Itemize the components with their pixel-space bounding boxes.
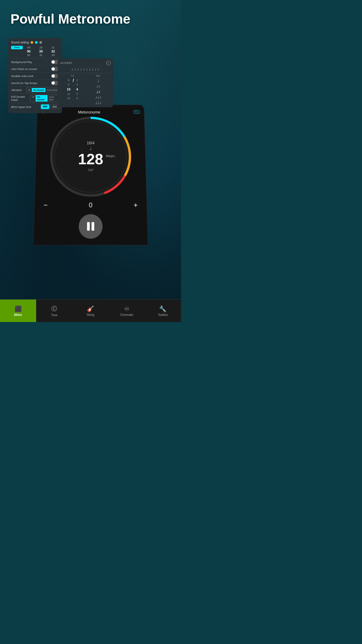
- metro-bottom: − 0 +: [34, 197, 148, 245]
- metro-device: ⚙ Metoronome Pro 16/4 ♩ 128 Allegro TAP …: [33, 105, 148, 245]
- nav-toolbox-label: Toolbox: [158, 313, 168, 316]
- metro-title: Metoronome: [78, 110, 100, 114]
- beat-1[interactable]: ♩: [71, 67, 73, 71]
- beat-val-2[interactable]: 2: [76, 78, 78, 82]
- beat-4[interactable]: ♩: [80, 67, 82, 71]
- flash-label: Full Screen Flash: [11, 95, 30, 102]
- beat-val-5[interactable]: 5: [76, 92, 78, 96]
- sub-note-3[interactable]: ♩♪: [96, 89, 101, 94]
- dot-cyan: [35, 41, 38, 44]
- reset-button[interactable]: Reset: [11, 46, 23, 49]
- vibration-seg[interactable]: off On Accent every Beat: [26, 88, 59, 92]
- sound-panel-title: Sound setting: [11, 41, 59, 44]
- sub-note-5[interactable]: ♩♩♪: [95, 100, 101, 105]
- nav-metro[interactable]: ⬛ Metro: [0, 300, 36, 322]
- dial-outer: 16/4 ♩ 128 Allegro TAP: [49, 117, 132, 197]
- pro-badge[interactable]: P: [106, 61, 111, 65]
- num-31: 31: [47, 46, 59, 49]
- dial-area[interactable]: 16/4 ♩ 128 Allegro TAP: [49, 117, 132, 197]
- ts-label: T.S.: [60, 74, 85, 77]
- num-32: 32: [47, 50, 59, 53]
- ts-sub-header: T.S. Sub.: [60, 73, 111, 77]
- beat-5[interactable]: ♩: [83, 67, 85, 71]
- nav-string[interactable]: 🎸 String: [72, 300, 108, 322]
- beat-val-3[interactable]: 3: [76, 83, 78, 87]
- ts-12[interactable]: 12: [67, 96, 70, 100]
- metro-container: ⚙ Metoronome Pro 16/4 ♩ 128 Allegro TAP …: [0, 102, 181, 243]
- sound-tap-label: Sound On Tap tempo: [11, 81, 37, 85]
- num-89: 89: [23, 46, 35, 49]
- led-flash-label: LED Flash on Accent: [11, 67, 37, 71]
- background-play-label: Background Play: [11, 60, 32, 64]
- sub-col: ♩ ♪♪ ♩♪ ♪♪♪ ♩♩♪: [86, 78, 111, 105]
- beat-10[interactable]: ♩: [98, 67, 99, 71]
- disable-autolock-row: Disable Auto-Lock: [11, 72, 59, 79]
- nav-chromatic-label: Chromatic: [120, 313, 133, 316]
- accent-title: ACCENT: [60, 62, 73, 64]
- sub-note-2[interactable]: ♪♪: [96, 84, 101, 88]
- pro-badge[interactable]: Pro: [133, 110, 140, 114]
- bpm-upper-label: BPM Upper limit: [11, 105, 31, 108]
- vibration-off[interactable]: off: [27, 88, 32, 92]
- bottom-nav: ⬛ Metro Ⓒ Tone 🎸 String ♾ Chromatic 🔧 To…: [0, 299, 181, 322]
- beat-val-4[interactable]: 4: [76, 87, 78, 92]
- nav-chromatic[interactable]: ♾ Chromatic: [109, 300, 145, 322]
- background-play-row: Background Play: [11, 58, 59, 65]
- beat-icons: ♩ ♩ ♩ ♩ ♩ ♩ ♩ ♩ ♩ ♩: [60, 67, 111, 71]
- beat-val-6[interactable]: 6: [76, 96, 78, 100]
- play-pause-button[interactable]: [78, 214, 103, 239]
- ts-col: 8 9 10 11 12 / 2 3 4 5 6: [60, 78, 85, 105]
- beat-3[interactable]: ♩: [77, 67, 79, 71]
- sound-tap-row: Sound On Tap tempo: [11, 79, 59, 86]
- beat-6[interactable]: ♩: [86, 67, 88, 71]
- sub-note-4[interactable]: ♪♪♪: [95, 95, 101, 99]
- plus-button[interactable]: +: [133, 201, 138, 209]
- dial-ring: [53, 120, 128, 192]
- dial-inner: 16/4 ♩ 128 Allegro TAP: [52, 119, 129, 195]
- vibration-row: Vibration off On Accent every Beat: [11, 86, 59, 93]
- bpm-upper-row: BPM Upper limit 400 800: [11, 103, 59, 110]
- ts-sub-grid: 8 9 10 11 12 / 2 3 4 5 6: [60, 78, 111, 105]
- sub-label: Sub.: [85, 74, 111, 77]
- nav-toolbox[interactable]: 🔧 Toolbox: [145, 300, 181, 322]
- minus-button[interactable]: −: [43, 201, 48, 209]
- led-flash-row: LED Flash on Accent: [11, 65, 59, 72]
- num-33: 33: [47, 53, 59, 57]
- vibration-label: Vibration: [11, 88, 22, 92]
- vibration-every-beat[interactable]: every Beat: [45, 88, 59, 92]
- sound-numbers: Reset 89 29 31 90 30 32 92 31 33: [11, 46, 59, 57]
- beat-9[interactable]: ♩: [95, 67, 96, 71]
- flash-on-accent[interactable]: On Accent: [36, 95, 47, 102]
- num-30: 30: [35, 50, 47, 53]
- flash-seg[interactable]: off On Accent every Beat: [30, 95, 59, 102]
- ts-9[interactable]: 9: [68, 83, 69, 87]
- tone-icon: Ⓒ: [51, 305, 57, 313]
- bpm-400[interactable]: 400: [41, 104, 49, 109]
- beat-count: 0: [89, 201, 92, 209]
- beat-2[interactable]: ♩: [74, 67, 76, 71]
- dot-orange: [31, 41, 33, 44]
- tempo-name: Allegro: [106, 154, 115, 158]
- sound-label: Sound setting: [11, 41, 29, 44]
- flash-row: Full Screen Flash off On Accent every Be…: [11, 93, 59, 103]
- pause-bar-right: [92, 222, 94, 230]
- flash-off[interactable]: off: [30, 95, 36, 102]
- flash-every-beat[interactable]: every Beat: [48, 95, 59, 102]
- ts-8[interactable]: 8: [68, 78, 69, 82]
- string-icon: 🎸: [87, 305, 94, 312]
- accent-header: ACCENT P: [60, 61, 111, 65]
- sub-note-1[interactable]: ♩: [97, 78, 99, 83]
- ts-slash: /: [73, 78, 74, 100]
- ts-11[interactable]: 11: [67, 92, 70, 96]
- nav-tone-label: Tone: [51, 314, 57, 317]
- num-29: 29: [35, 46, 47, 49]
- nav-metro-label: Metro: [14, 313, 22, 316]
- beat-8[interactable]: ♩: [92, 67, 94, 71]
- ts-10[interactable]: 10: [67, 87, 70, 92]
- bpm-upper-btns[interactable]: 400 800: [41, 104, 59, 109]
- sound-panel: Sound setting Reset 89 29 31 90 30 32 92…: [8, 38, 62, 113]
- vibration-on-accent[interactable]: On Accent: [32, 88, 45, 92]
- beat-7[interactable]: ♩: [89, 67, 91, 71]
- toolbox-icon: 🔧: [159, 305, 166, 312]
- nav-tone[interactable]: Ⓒ Tone: [36, 300, 72, 322]
